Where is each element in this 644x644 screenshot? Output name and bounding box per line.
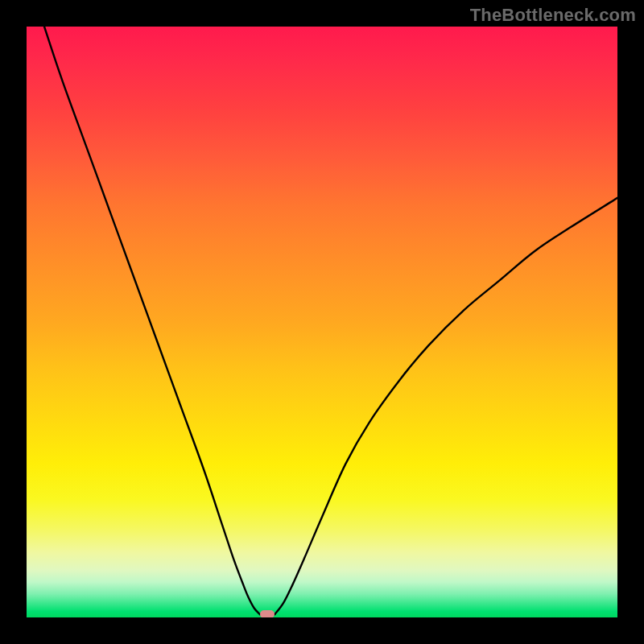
chart-frame: TheBottleneck.com <box>0 0 644 644</box>
minimum-marker <box>260 610 275 617</box>
curve-right-branch <box>275 198 617 614</box>
watermark-text: TheBottleneck.com <box>470 5 636 26</box>
plot-area <box>27 27 617 617</box>
curve-layer <box>27 27 617 617</box>
curve-left-branch <box>44 27 260 614</box>
